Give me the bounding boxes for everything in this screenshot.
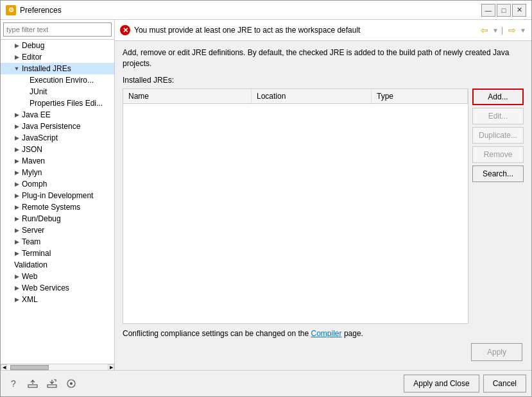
expand-arrow: ▶ [13,135,20,141]
sidebar: ▶ Debug ▶ Editor ▼ Installed JREs Execut… [1,20,115,370]
back-button[interactable]: ⇦ [478,24,491,37]
sidebar-item-server[interactable]: ▶ Server [1,224,114,236]
expand-arrow [6,262,12,268]
sidebar-item-json[interactable]: ▶ JSON [1,144,114,155]
app-icon: ⚙ [6,5,16,15]
cancel-button[interactable]: Cancel [483,375,526,393]
sidebar-item-label: Server [22,226,44,235]
error-icon: ✕ [120,25,130,35]
bottom-icons: ? [6,376,404,391]
sidebar-item-plug-in-development[interactable]: ▶ Plug-in Development [1,190,114,201]
expand-arrow [21,89,28,95]
sidebar-item-label: Editor [22,53,42,62]
navigation-buttons: ⇦ ▼ | ⇨ ▼ [478,24,526,37]
jre-table: Name Location Type [123,89,468,324]
sidebar-item-installed-jres[interactable]: ▼ Installed JREs [1,63,114,74]
sidebar-item-oomph[interactable]: ▶ Oomph [1,178,114,190]
sidebar-item-properties-files[interactable]: Properties Files Edi... [1,97,114,109]
scroll-thumb[interactable] [10,365,49,370]
table-header: Name Location Type [123,89,468,104]
scroll-track[interactable] [7,365,108,370]
restore-defaults-icon[interactable] [64,376,79,391]
duplicate-button[interactable]: Duplicate... [472,127,524,144]
sidebar-item-java-ee[interactable]: ▶ Java EE [1,109,114,121]
apply-button[interactable]: Apply [471,343,522,361]
close-button[interactable]: ✕ [512,4,526,17]
sidebar-item-terminal[interactable]: ▶ Terminal [1,248,114,259]
expand-arrow [21,100,28,106]
sidebar-item-label: JavaScript [22,133,58,142]
edit-button[interactable]: Edit... [472,108,524,124]
compiler-link[interactable]: Compiler [311,329,342,338]
sidebar-item-xml[interactable]: ▶ XML [1,294,114,305]
column-header-location: Location [252,89,372,103]
compliance-text: Conflicting compliance settings can be c… [123,329,524,338]
expand-arrow: ▶ [13,204,20,210]
sidebar-item-label: Validation [14,260,47,269]
expand-arrow: ▶ [13,273,20,280]
sidebar-item-label: Properties Files Edi... [30,99,103,108]
sidebar-item-web[interactable]: ▶ Web [1,271,114,282]
sidebar-item-javascript[interactable]: ▶ JavaScript [1,132,114,144]
sidebar-item-label: Oomph [22,180,47,189]
sidebar-item-run-debug[interactable]: ▶ Run/Debug [1,213,114,224]
sidebar-item-label: Terminal [22,249,51,258]
expand-arrow: ▶ [13,123,20,130]
sidebar-item-debug[interactable]: ▶ Debug [1,40,114,51]
expand-arrow: ▶ [13,146,20,153]
section-label: Installed JREs: [123,76,524,85]
message-bar: ✕ You must provide at least one JRE to a… [115,20,531,41]
apply-and-close-button[interactable]: Apply and Close [404,375,479,393]
import-icon[interactable] [44,376,60,391]
sidebar-item-web-services[interactable]: ▶ Web Services [1,282,114,294]
table-body [123,104,468,323]
sidebar-item-label: JSON [22,145,42,154]
svg-rect-0 [28,385,37,387]
forward-button[interactable]: ⇨ [506,24,519,37]
sidebar-item-label: Java EE [22,110,51,119]
preferences-window: ⚙ Preferences — □ ✕ ▶ Debug ▶ Editor [0,0,532,397]
sidebar-item-execution-enviro[interactable]: Execution Enviro... [1,74,114,86]
window-title: Preferences [20,6,481,15]
search-button[interactable]: Search... [472,165,524,182]
export-icon[interactable] [25,376,40,391]
sidebar-item-junit[interactable]: JUnit [1,86,114,97]
help-icon[interactable]: ? [6,376,21,391]
sidebar-item-mylyn[interactable]: ▶ Mylyn [1,167,114,178]
expand-arrow: ▶ [13,112,20,118]
sidebar-item-validation[interactable]: Validation [1,259,114,271]
sidebar-item-team[interactable]: ▶ Team [1,236,114,248]
tree-view: ▶ Debug ▶ Editor ▼ Installed JREs Execut… [1,40,114,364]
expand-arrow: ▶ [13,169,20,176]
sidebar-item-remote-systems[interactable]: ▶ Remote Systems [1,201,114,213]
filter-input[interactable] [3,22,112,37]
remove-button[interactable]: Remove [472,146,524,163]
minimize-button[interactable]: — [481,4,495,17]
sidebar-item-label: Installed JREs [22,64,71,73]
expand-arrow: ▶ [13,239,20,245]
sidebar-item-maven[interactable]: ▶ Maven [1,155,114,167]
expand-arrow: ▶ [13,250,20,257]
scroll-right-arrow[interactable]: ▶ [108,364,114,371]
sidebar-item-label: Team [22,237,40,246]
sidebar-item-label: JUnit [30,87,47,96]
expand-arrow: ▶ [13,192,20,199]
jre-table-container: Name Location Type Add... Edit... Duplic… [123,89,524,324]
sidebar-item-editor[interactable]: ▶ Editor [1,51,114,63]
bottom-action-buttons: Apply and Close Cancel [404,375,526,393]
sidebar-item-label: Java Persistence [22,122,80,131]
filter-box [1,20,114,40]
sidebar-item-label: Maven [22,156,45,165]
svg-point-3 [70,382,73,385]
expand-arrow: ▶ [13,285,20,291]
maximize-button[interactable]: □ [497,4,511,17]
scroll-left-arrow[interactable]: ◀ [1,364,7,371]
sidebar-item-java-persistence[interactable]: ▶ Java Persistence [1,121,114,132]
content-area: ▶ Debug ▶ Editor ▼ Installed JREs Execut… [1,20,531,370]
message-text: You must provide at least one JRE to act… [134,26,474,35]
expand-arrow: ▶ [13,158,20,164]
expand-arrow: ▶ [13,42,20,49]
sidebar-item-label: Web Services [22,283,69,292]
horizontal-scrollbar[interactable]: ◀ ▶ [1,364,114,370]
add-button[interactable]: Add... [472,89,524,105]
